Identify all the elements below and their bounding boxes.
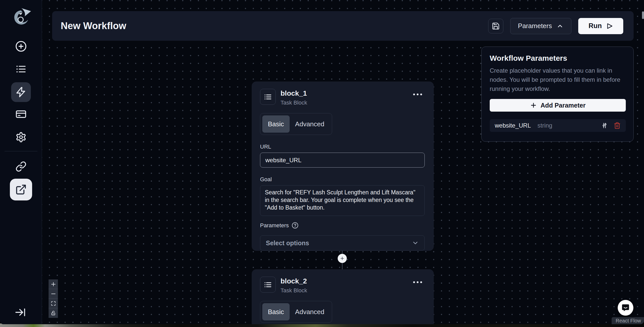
workflow-canvas[interactable]: New Workflow Parameters Run (42, 0, 644, 324)
panel-description: Create placeholder values that you can l… (490, 66, 628, 93)
external-link-icon (15, 184, 27, 195)
chevron-down-icon (412, 239, 419, 247)
goal-label: Goal (260, 176, 425, 183)
sidebar-item-external-active[interactable] (10, 179, 32, 200)
page-title: New Workflow (61, 21, 126, 31)
lock-open-icon (51, 311, 56, 316)
skyvern-dragon-logo (9, 6, 33, 29)
ellipsis-icon (412, 280, 423, 284)
sidebar-item-workflows-active[interactable] (11, 82, 31, 102)
tab-basic[interactable]: Basic (262, 303, 290, 320)
parameter-name: website_URL (495, 122, 531, 129)
sidebar-item-billing[interactable] (15, 109, 27, 120)
plus-icon (340, 256, 345, 261)
app-window: New Workflow Parameters Run (0, 0, 644, 324)
save-icon (492, 22, 500, 30)
block-type-label: Task Block (281, 99, 307, 106)
sidebar-item-integrations[interactable] (15, 161, 27, 172)
reactflow-attribution: React Flow (612, 317, 644, 324)
sidebar-item-settings[interactable] (15, 132, 27, 143)
lock-button[interactable] (49, 308, 58, 318)
screen: New Workflow Parameters Run (0, 0, 644, 327)
list-icon (264, 93, 272, 101)
task-block-icon-tile (260, 277, 276, 293)
block-name: block_2 (281, 277, 307, 285)
task-block-2[interactable]: block_2 Task Block Basic Advanced (252, 269, 434, 324)
arrow-right-to-line-icon (14, 306, 26, 318)
chevron-up-icon (556, 23, 564, 30)
list-icon (15, 64, 27, 75)
plus-icon (51, 281, 56, 287)
play-icon (606, 23, 613, 30)
task-block-1[interactable]: block_1 Task Block Basic Advanced URL Go… (252, 81, 434, 251)
zoom-out-button[interactable] (49, 289, 58, 299)
ellipsis-icon (412, 92, 423, 96)
fit-view-icon (51, 301, 56, 306)
zap-icon (15, 87, 27, 98)
url-label: URL (260, 144, 425, 150)
sidebar-item-runs[interactable] (15, 64, 27, 75)
scrollbar-thumb[interactable] (642, 11, 644, 19)
block-menu-button[interactable] (412, 280, 423, 285)
block-tab-group: Basic Advanced (260, 113, 332, 135)
fit-view-button[interactable] (49, 299, 58, 308)
url-input[interactable] (260, 153, 425, 168)
tab-advanced[interactable]: Advanced (290, 115, 330, 133)
sidebar (0, 0, 42, 324)
sidebar-item-create[interactable] (15, 40, 27, 52)
delete-parameter-icon[interactable] (614, 122, 621, 129)
list-icon (264, 281, 272, 289)
parameter-row[interactable]: website_URL string (490, 119, 626, 132)
select-placeholder: Select options (266, 239, 309, 247)
panel-title: Workflow Parameters (490, 54, 625, 63)
parameters-toggle-button[interactable]: Parameters (510, 18, 571, 34)
help-icon[interactable] (292, 222, 298, 229)
plus-circle-icon (15, 40, 27, 52)
parameters-select[interactable]: Select options (260, 235, 425, 251)
sidebar-expand-toggle[interactable] (14, 306, 26, 318)
add-parameter-label: Add Parameter (541, 102, 586, 109)
block-tab-group: Basic Advanced (260, 301, 332, 323)
parameters-button-label: Parameters (518, 22, 552, 30)
chat-launcher-button[interactable] (618, 300, 633, 316)
chat-bubble-icon (621, 303, 630, 312)
edit-parameter-icon[interactable] (601, 122, 608, 129)
credit-card-icon (15, 109, 27, 120)
add-parameter-button[interactable]: Add Parameter (490, 99, 626, 112)
parameters-label: Parameters (260, 222, 289, 229)
goal-textarea[interactable]: Search for "REFY Lash Sculpt Lengthen an… (260, 185, 425, 216)
minus-icon (51, 291, 56, 297)
gear-icon (15, 132, 27, 143)
parameter-type: string (538, 122, 552, 129)
run-button-label: Run (589, 22, 602, 30)
add-block-button[interactable] (338, 254, 347, 263)
tab-basic[interactable]: Basic (262, 115, 290, 133)
task-block-icon-tile (260, 89, 276, 105)
link-icon (15, 161, 27, 172)
zoom-in-button[interactable] (49, 279, 58, 289)
block-name: block_1 (281, 89, 307, 97)
run-button[interactable]: Run (578, 18, 623, 34)
sidebar-divider (5, 151, 37, 151)
save-button[interactable] (488, 19, 503, 33)
canvas-controls (49, 279, 58, 318)
workflow-parameters-panel: Workflow Parameters Create placeholder v… (481, 47, 634, 142)
tab-advanced[interactable]: Advanced (290, 303, 330, 320)
block-menu-button[interactable] (412, 92, 423, 97)
block-type-label: Task Block (281, 287, 307, 294)
workflow-header: New Workflow Parameters Run (52, 11, 634, 41)
plus-icon (530, 102, 537, 109)
attribution-label: React Flow (616, 318, 641, 324)
